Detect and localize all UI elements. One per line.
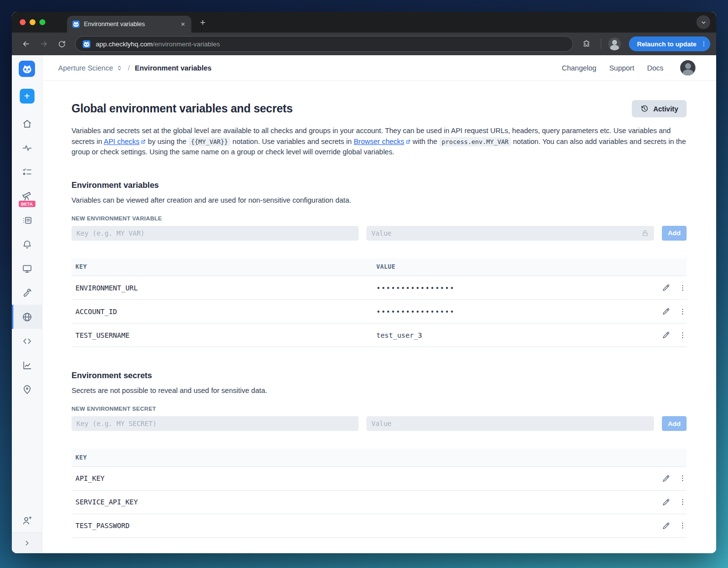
account-switcher[interactable]: Aperture Science bbox=[58, 64, 123, 72]
url-bar[interactable]: app.checklyhq.com/environment-variables bbox=[75, 36, 573, 52]
home-icon bbox=[22, 118, 33, 129]
table-row: SERVICE_API_KEY bbox=[72, 490, 687, 514]
sidebar-item-home[interactable] bbox=[12, 111, 42, 136]
sidebar-item-checks[interactable] bbox=[12, 160, 42, 184]
checkly-logo[interactable] bbox=[19, 61, 35, 77]
sidebar-expand-button[interactable] bbox=[12, 532, 42, 553]
main-content: Global environment variables and secrets… bbox=[42, 81, 716, 553]
sidebar-item-snippets[interactable] bbox=[12, 329, 42, 353]
sidebar-item-analytics[interactable] bbox=[12, 353, 42, 377]
secret-key-input[interactable] bbox=[72, 416, 359, 431]
activity-button[interactable]: Activity bbox=[632, 100, 687, 117]
variables-section: Environment variables Variables can be v… bbox=[72, 180, 687, 348]
sidebar-item-monitoring[interactable] bbox=[12, 136, 42, 160]
sidebar-item-environment-variables[interactable] bbox=[12, 305, 42, 329]
page-title: Global environment variables and secrets bbox=[72, 102, 292, 115]
column-header-actions bbox=[651, 258, 687, 276]
bell-icon bbox=[22, 239, 33, 250]
browser-checks-link[interactable]: Browser checks bbox=[354, 138, 404, 145]
secrets-section: Environment secrets Secrets are not poss… bbox=[72, 371, 687, 538]
edit-variable-button[interactable] bbox=[662, 307, 670, 316]
add-variable-button[interactable]: Add bbox=[662, 226, 687, 241]
secret-key: API_KEY bbox=[72, 466, 372, 490]
create-new-button[interactable]: + bbox=[20, 89, 35, 104]
edit-secret-button[interactable] bbox=[662, 498, 670, 506]
row-menu-button[interactable] bbox=[679, 498, 687, 506]
sidebar-item-alerts[interactable] bbox=[12, 232, 42, 256]
variable-value-masked: •••••••••••••••• bbox=[372, 276, 651, 300]
activity-label: Activity bbox=[653, 105, 678, 113]
secret-key: SERVICE_API_KEY bbox=[72, 490, 372, 514]
minimize-window-button[interactable] bbox=[30, 19, 36, 25]
tab-title: Environment variables bbox=[84, 21, 175, 28]
tab-search-chevron-button[interactable] bbox=[696, 15, 710, 29]
checkly-favicon bbox=[72, 20, 80, 28]
docs-link[interactable]: Docs bbox=[647, 64, 663, 72]
variables-table-header: KEY VALUE bbox=[72, 258, 687, 276]
title-row: Global environment variables and secrets… bbox=[72, 100, 687, 117]
column-header-empty bbox=[372, 449, 651, 466]
browser-tab[interactable]: Environment variables × bbox=[67, 16, 191, 33]
history-clock-icon bbox=[640, 105, 649, 113]
add-secret-button[interactable]: Add bbox=[662, 416, 687, 431]
url-text: app.checklyhq.com/environment-variables bbox=[96, 40, 220, 48]
changelog-link[interactable]: Changelog bbox=[562, 64, 596, 72]
reload-button[interactable] bbox=[54, 36, 69, 51]
pencil-icon bbox=[662, 522, 670, 530]
support-link[interactable]: Support bbox=[609, 64, 634, 72]
maximize-window-button[interactable] bbox=[39, 19, 45, 25]
user-avatar[interactable] bbox=[680, 60, 695, 75]
api-checks-link[interactable]: API checks bbox=[104, 138, 140, 145]
back-button[interactable] bbox=[19, 36, 34, 51]
chevron-up-down-icon bbox=[116, 65, 123, 71]
row-menu-button[interactable] bbox=[679, 331, 687, 339]
variable-key-input[interactable] bbox=[72, 226, 359, 241]
breadcrumb-separator: / bbox=[128, 64, 130, 72]
kebab-menu-icon bbox=[679, 308, 687, 316]
window-controls bbox=[12, 12, 54, 33]
edit-secret-button[interactable] bbox=[662, 474, 670, 483]
chart-icon bbox=[22, 360, 33, 371]
checkly-app: + BETA bbox=[12, 55, 716, 553]
add-user-icon bbox=[22, 515, 33, 526]
browser-profile-avatar[interactable] bbox=[608, 37, 621, 50]
sidebar-nav: BETA bbox=[12, 111, 42, 401]
edit-variable-button[interactable] bbox=[662, 284, 670, 292]
globe-icon bbox=[22, 312, 33, 322]
content-column: Aperture Science / Environment variables… bbox=[42, 55, 716, 553]
forward-button[interactable] bbox=[36, 36, 51, 51]
sidebar-item-maintenance[interactable] bbox=[12, 281, 42, 305]
plus-icon: + bbox=[24, 91, 30, 102]
relaunch-label: Relaunch to update bbox=[637, 40, 696, 48]
new-variable-form: Add bbox=[72, 226, 687, 241]
column-header-value: VALUE bbox=[372, 258, 651, 276]
edit-secret-button[interactable] bbox=[662, 522, 670, 530]
checklist-icon bbox=[22, 167, 33, 178]
edit-variable-button[interactable] bbox=[662, 331, 670, 339]
row-menu-button[interactable] bbox=[679, 284, 687, 292]
relaunch-to-update-button[interactable]: Relaunch to update bbox=[629, 36, 710, 51]
row-menu-button[interactable] bbox=[679, 308, 687, 316]
new-variable-label: NEW ENVIRONMENT VARIABLE bbox=[72, 215, 687, 221]
secret-value-input[interactable] bbox=[366, 416, 654, 431]
sidebar-item-dashboards[interactable] bbox=[12, 256, 42, 281]
row-menu-button[interactable] bbox=[679, 474, 687, 482]
kebab-menu-icon bbox=[679, 284, 687, 292]
sidebar-item-logs[interactable] bbox=[12, 208, 42, 232]
secrets-heading: Environment secrets bbox=[72, 371, 687, 380]
extensions-button[interactable] bbox=[579, 36, 594, 51]
row-menu-button[interactable] bbox=[679, 522, 687, 530]
new-tab-button[interactable]: + bbox=[196, 16, 209, 29]
variable-value-input[interactable] bbox=[366, 226, 654, 241]
table-row: ENVIRONMENT_URL •••••••••••••••• bbox=[72, 276, 687, 300]
close-window-button[interactable] bbox=[20, 19, 26, 25]
tab-close-icon[interactable]: × bbox=[179, 20, 187, 29]
arrow-right-icon bbox=[39, 39, 48, 48]
toolbar-divider bbox=[601, 39, 601, 49]
arrow-left-icon bbox=[22, 39, 31, 48]
sidebar-item-telescope-beta[interactable]: BETA bbox=[12, 184, 42, 208]
sidebar-item-locations[interactable] bbox=[12, 377, 42, 401]
sidebar-item-invite-user[interactable] bbox=[12, 508, 42, 532]
secrets-table: KEY API_KEY bbox=[72, 449, 687, 538]
variable-key: ENVIRONMENT_URL bbox=[72, 276, 372, 300]
